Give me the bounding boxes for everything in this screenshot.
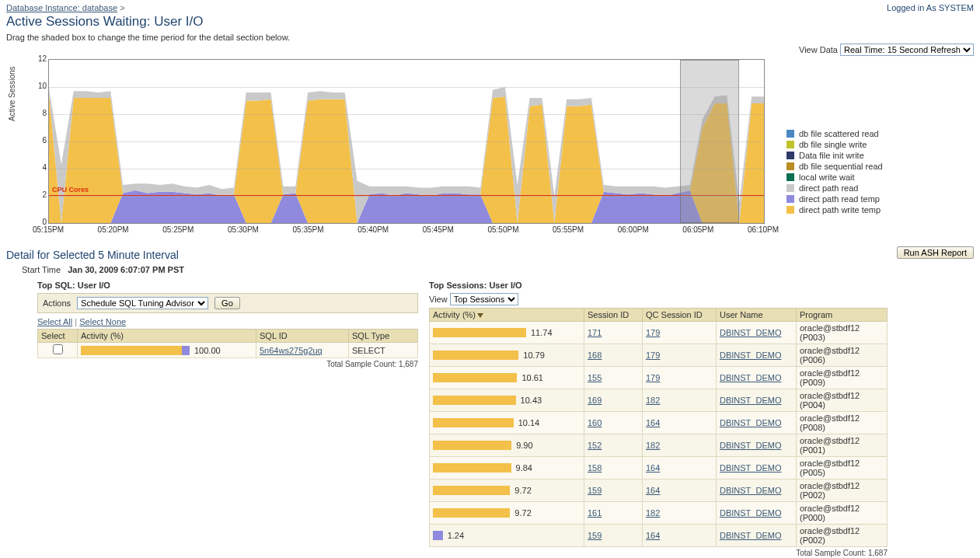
program: oracle@stbdf12 (P008)	[797, 412, 888, 434]
legend-item: direct path write temp	[786, 205, 883, 214]
legend-label: db file scattered read	[799, 129, 879, 138]
col-sqlid[interactable]: SQL ID	[256, 330, 349, 343]
activity-bar	[433, 508, 510, 518]
session-link[interactable]: 160	[588, 418, 602, 427]
legend-item: local write wait	[786, 173, 883, 182]
user-link[interactable]: DBINST_DEMO	[720, 350, 781, 360]
col-session[interactable]: Session ID	[584, 309, 643, 322]
table-row: 11.74171179DBINST_DEMOoracle@stbdf12 (P0…	[430, 322, 888, 344]
go-button[interactable]: Go	[214, 297, 240, 309]
qc-session-link[interactable]: 179	[646, 350, 660, 360]
user-link[interactable]: DBINST_DEMO	[720, 418, 781, 427]
qc-session-link[interactable]: 182	[646, 508, 660, 518]
program: oracle@stbdf12 (P005)	[797, 457, 888, 480]
col-user[interactable]: User Name	[717, 309, 797, 322]
qc-session-link[interactable]: 164	[646, 418, 660, 427]
col-sqltype[interactable]: SQL Type	[349, 330, 418, 343]
breadcrumb-link[interactable]: Database Instance: database	[6, 3, 117, 12]
x-tick: 05:40PM	[351, 225, 395, 234]
table-row: 9.72159164DBINST_DEMOoracle@stbdf12 (P00…	[430, 480, 888, 502]
qc-session-link[interactable]: 179	[646, 328, 660, 337]
qc-session-link[interactable]: 182	[646, 441, 660, 450]
run-ash-button[interactable]: Run ASH Report	[897, 246, 974, 259]
session-link[interactable]: 159	[588, 486, 602, 495]
program: oracle@stbdf12 (P003)	[797, 322, 888, 344]
grid-line	[49, 87, 764, 88]
legend-item: Data file init write	[786, 151, 883, 160]
table-row: 10.61155179DBINST_DEMOoracle@stbdf12 (P0…	[430, 367, 888, 389]
activity-bar	[433, 441, 511, 450]
user-link[interactable]: DBINST_DEMO	[720, 441, 781, 450]
y-tick: 6	[33, 136, 47, 145]
user-link[interactable]: DBINST_DEMO	[720, 463, 781, 473]
user-link[interactable]: DBINST_DEMO	[720, 373, 781, 382]
activity-pct: 9.84	[516, 463, 532, 473]
start-time-value: Jan 30, 2009 6:07:07 PM PST	[68, 265, 184, 274]
breadcrumb: Database Instance: database >	[6, 3, 125, 12]
qc-session-link[interactable]: 164	[646, 531, 660, 540]
legend-label: direct path write temp	[799, 205, 881, 214]
x-tick: 05:15PM	[26, 225, 70, 234]
x-tick: 05:35PM	[287, 225, 330, 234]
user-link[interactable]: DBINST_DEMO	[720, 328, 781, 337]
session-link[interactable]: 152	[588, 441, 602, 450]
sql-sample-count: Total Sample Count: 1,687	[37, 360, 418, 368]
session-link[interactable]: 161	[588, 508, 602, 518]
col-select: Select	[38, 330, 78, 343]
top-sql-header: Top SQL: User I/O	[37, 281, 418, 290]
user-link[interactable]: DBINST_DEMO	[720, 508, 781, 518]
top-sessions-header: Top Sessions: User I/O	[429, 281, 888, 290]
table-row: 10.14160164DBINST_DEMOoracle@stbdf12 (P0…	[430, 412, 888, 434]
sqlid-link[interactable]: 5n64ws275g2uq	[260, 346, 323, 355]
session-link[interactable]: 169	[588, 396, 602, 405]
breadcrumb-sep: >	[120, 3, 124, 12]
user-link[interactable]: DBINST_DEMO	[720, 396, 781, 405]
x-tick: 06:05PM	[676, 225, 720, 234]
viewdata-select[interactable]: Real Time: 15 Second Refresh	[840, 44, 974, 56]
session-link[interactable]: 168	[588, 350, 602, 360]
col-program[interactable]: Program	[797, 309, 888, 322]
legend-item: db file sequential read	[786, 162, 883, 171]
legend-swatch	[786, 184, 794, 192]
activity-pct: 10.14	[518, 418, 540, 427]
activity-bar	[182, 346, 190, 355]
select-none-link[interactable]: Select None	[79, 317, 126, 326]
activity-bar	[433, 328, 526, 337]
chart-plot[interactable]: CPU Cores	[48, 59, 765, 224]
session-link[interactable]: 155	[588, 373, 602, 382]
session-link[interactable]: 159	[588, 531, 602, 540]
qc-session-link[interactable]: 164	[646, 463, 660, 473]
cpu-cores-label: CPU Cores	[52, 186, 89, 194]
program: oracle@stbdf12 (P006)	[797, 344, 888, 367]
activity-pct: 9.72	[514, 486, 531, 495]
activity-bar	[433, 463, 511, 473]
activity-bar	[433, 531, 443, 540]
top-sql-table: Select Activity (%) SQL ID SQL Type	[37, 329, 418, 358]
start-time-label: Start Time	[22, 265, 61, 274]
row-select-checkbox[interactable]	[53, 344, 63, 354]
activity-bar	[433, 396, 516, 405]
x-tick: 05:30PM	[221, 225, 265, 234]
view-select[interactable]: Top Sessions	[450, 293, 518, 305]
col-activity[interactable]: Activity (%)	[430, 309, 584, 322]
program: oracle@stbdf12 (P009)	[797, 367, 888, 389]
legend-swatch	[786, 141, 794, 148]
session-link[interactable]: 158	[588, 463, 602, 473]
legend-label: direct path read	[799, 183, 858, 193]
qc-session-link[interactable]: 164	[646, 486, 660, 495]
y-tick: 12	[33, 54, 47, 63]
table-row: 1.24159164DBINST_DEMOoracle@stbdf12 (P00…	[430, 525, 888, 547]
col-qc[interactable]: QC Session ID	[643, 309, 717, 322]
select-all-link[interactable]: Select All	[37, 317, 72, 326]
legend-swatch	[786, 206, 794, 214]
actions-select[interactable]: Schedule SQL Tuning Advisor	[77, 297, 208, 309]
user-link[interactable]: DBINST_DEMO	[720, 486, 781, 495]
qc-session-link[interactable]: 179	[646, 373, 660, 382]
page-title: Active Sessions Waiting: User I/O	[6, 14, 974, 30]
detail-title: Detail for Selected 5 Minute Interval	[6, 249, 179, 261]
col-activity[interactable]: Activity (%)	[78, 330, 256, 343]
session-link[interactable]: 171	[588, 328, 602, 337]
grid-line	[49, 196, 764, 197]
user-link[interactable]: DBINST_DEMO	[720, 531, 781, 540]
qc-session-link[interactable]: 182	[646, 396, 660, 405]
